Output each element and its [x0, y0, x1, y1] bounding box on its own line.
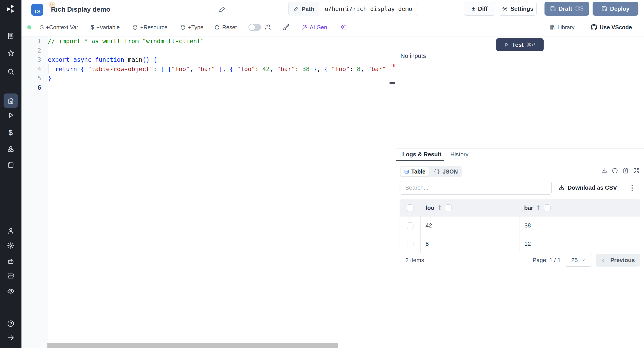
- path-widget[interactable]: Path u/henri/rich_display_demo: [288, 2, 418, 16]
- settings-icon[interactable]: [0, 242, 22, 249]
- code-line[interactable]: return { "table-row-object": [ ["foo", "…: [48, 64, 390, 74]
- reset-button[interactable]: Reset: [214, 24, 237, 31]
- sort-icon[interactable]: [438, 205, 442, 211]
- code-editor[interactable]: 123456 // import * as wmill from "windmi…: [22, 36, 396, 348]
- code-line[interactable]: [48, 83, 390, 92]
- previous-page-button[interactable]: Previous: [596, 254, 640, 266]
- editor-gutter: 123456: [22, 36, 48, 348]
- workers-icon[interactable]: [0, 258, 22, 265]
- add-context-var-button[interactable]: $ +Context Var: [40, 24, 78, 31]
- result-table-body: 4238812: [400, 216, 640, 253]
- page-size-select[interactable]: 25: [564, 254, 592, 266]
- right-panel: Test ⌘↵ No inputs Logs & Result History …: [396, 36, 644, 348]
- users-admin-icon[interactable]: [0, 227, 22, 234]
- dollar-icon: $: [91, 24, 94, 31]
- audit-logs-icon[interactable]: [0, 288, 22, 295]
- ai-gen-label: AI Gen: [310, 24, 327, 31]
- overview-cursor-mark: [390, 82, 395, 84]
- add-type-button[interactable]: +Type: [180, 24, 204, 31]
- view-mode-json[interactable]: {} JSON: [430, 167, 461, 176]
- package-icon: [180, 24, 186, 30]
- table-row[interactable]: 812: [400, 234, 640, 253]
- page-size-value: 25: [571, 257, 578, 264]
- more-options-button[interactable]: ⋮: [628, 181, 636, 194]
- column-header-bar[interactable]: bar: [524, 204, 533, 211]
- table-row[interactable]: 4238: [400, 216, 640, 234]
- tab-bottom-border: [396, 161, 644, 161]
- download-csv-button[interactable]: Download as CSV: [558, 181, 617, 194]
- variables-icon[interactable]: $: [0, 129, 22, 136]
- add-resource-button[interactable]: +Resource: [132, 24, 168, 31]
- format-brush-icon[interactable]: [282, 24, 290, 31]
- line-number: 5: [22, 74, 48, 83]
- info-icon[interactable]: [612, 168, 618, 174]
- column-toggle-foo[interactable]: [445, 204, 452, 211]
- gear-icon: [502, 6, 508, 12]
- resources-icon[interactable]: [0, 145, 22, 153]
- table-footer: 2 items Page: 1 / 1 25 Previous: [400, 252, 640, 268]
- home-icon[interactable]: [0, 97, 22, 104]
- horizontal-scrollbar[interactable]: [48, 343, 338, 348]
- typescript-badge: TS: [31, 4, 43, 16]
- view-mode-table[interactable]: Table: [400, 167, 429, 176]
- copy-to-clipboard-icon[interactable]: [622, 168, 629, 174]
- folders-icon[interactable]: [0, 272, 22, 280]
- row-checkbox[interactable]: [407, 222, 414, 229]
- select-all-checkbox[interactable]: [407, 204, 414, 211]
- runs-icon[interactable]: [0, 112, 22, 119]
- dollar-icon: $: [40, 24, 44, 31]
- deploy-button[interactable]: Deploy: [592, 2, 638, 16]
- path-value[interactable]: u/henri/rich_display_demo: [319, 2, 418, 16]
- code-line[interactable]: }: [48, 74, 390, 83]
- test-label: Test: [512, 42, 524, 48]
- schedules-icon[interactable]: [0, 161, 22, 169]
- save-icon: [602, 6, 607, 12]
- add-variable-button[interactable]: $ +Variable: [91, 24, 120, 31]
- download-result-icon[interactable]: [601, 168, 607, 174]
- test-button[interactable]: Test ⌘↵: [496, 38, 544, 51]
- cell-foo: 42: [426, 222, 432, 229]
- tab-history[interactable]: History: [450, 151, 468, 158]
- cell-bar: 12: [524, 240, 531, 247]
- overview-error-mark: [393, 64, 394, 67]
- column-toggle-bar[interactable]: [544, 204, 550, 211]
- save-icon: [550, 6, 556, 12]
- draft-label: Draft: [558, 5, 572, 12]
- code-line[interactable]: [48, 46, 390, 55]
- library-icon: [549, 24, 555, 30]
- settings-button[interactable]: Settings: [499, 2, 537, 16]
- workspace-icon[interactable]: [0, 32, 22, 40]
- library-button[interactable]: Library: [549, 24, 574, 31]
- diff-button[interactable]: ± Diff: [464, 2, 495, 16]
- tab-logs-result[interactable]: Logs & Result: [402, 151, 442, 158]
- use-vscode-button[interactable]: Use VScode: [590, 24, 632, 31]
- diff-label: Diff: [478, 5, 488, 12]
- draft-button[interactable]: Draft ⌘S: [544, 2, 589, 16]
- windmill-logo-icon[interactable]: [0, 4, 22, 14]
- search-input[interactable]: [400, 181, 552, 194]
- code-lines[interactable]: // import * as wmill from "windmill-clie…: [48, 36, 390, 92]
- multiplayer-toggle[interactable]: [248, 24, 261, 31]
- line-number: 6: [22, 83, 48, 92]
- edit-title-icon[interactable]: [219, 6, 226, 12]
- github-icon: [590, 24, 597, 31]
- sort-icon[interactable]: [536, 205, 541, 211]
- refresh-icon: [214, 24, 220, 30]
- code-line[interactable]: export async function main() {: [48, 55, 390, 64]
- row-checkbox[interactable]: [407, 241, 414, 247]
- search-icon[interactable]: [0, 68, 22, 75]
- code-line[interactable]: // import * as wmill from "windmill-clie…: [48, 36, 390, 46]
- add-type-label: +Type: [188, 24, 204, 31]
- users-icon[interactable]: [264, 24, 271, 31]
- column-header-foo[interactable]: foo: [425, 204, 434, 211]
- table-header-row: foo bar: [400, 199, 640, 216]
- status-dot: [27, 25, 31, 29]
- ai-gen-button[interactable]: AI Gen: [301, 24, 327, 31]
- expand-icon[interactable]: [633, 168, 640, 174]
- expand-sidebar-icon[interactable]: [0, 334, 22, 342]
- package-icon: [132, 24, 138, 30]
- help-icon[interactable]: [0, 320, 22, 328]
- favorites-icon[interactable]: [0, 50, 22, 57]
- sparkles-icon[interactable]: [339, 24, 346, 31]
- table-mode-label: Table: [411, 168, 425, 175]
